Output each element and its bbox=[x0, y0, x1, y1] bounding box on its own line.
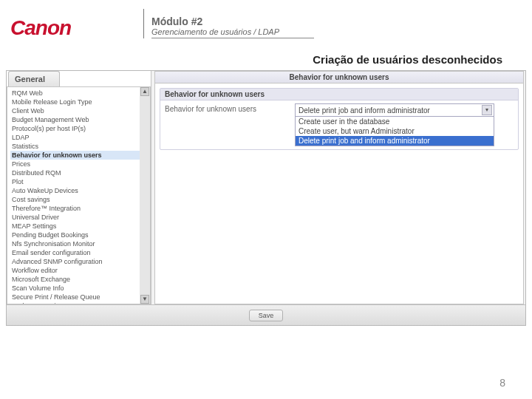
sidebar-item[interactable]: Mobile Release Login Type bbox=[10, 98, 150, 106]
field-label: Behavior for unknown users bbox=[165, 103, 290, 113]
module-title: Módulo #2 bbox=[151, 16, 522, 27]
sidebar-item[interactable]: Secure Print / Release Queue bbox=[10, 293, 150, 301]
sidebar-item[interactable]: Scan Volume Info bbox=[10, 284, 150, 293]
scroll-up-icon[interactable]: ▲ bbox=[140, 87, 149, 96]
sidebar-item[interactable]: Distributed RQM bbox=[10, 168, 150, 177]
sidebar-item[interactable]: Nfs Synchronisation Monitor bbox=[10, 239, 150, 248]
sidebar-item[interactable]: RQM Web bbox=[10, 89, 150, 98]
sidebar-item[interactable]: Client Web bbox=[10, 106, 150, 115]
settings-group: Behavior for unknown users Behavior for … bbox=[160, 88, 519, 150]
sidebar-tab-general[interactable]: General bbox=[8, 71, 60, 86]
sidebar-item[interactable]: Prices bbox=[10, 160, 150, 168]
chevron-down-icon[interactable]: ▾ bbox=[482, 105, 492, 115]
sidebar-item[interactable]: Cost savings bbox=[10, 195, 150, 204]
sidebar-list: RQM Web Mobile Release Login Type Client… bbox=[7, 86, 151, 304]
section-title: Criação de usuários desconhecidos bbox=[0, 40, 532, 70]
main-panel: Behavior for unknown users Behavior for … bbox=[154, 71, 524, 304]
page-number: 8 bbox=[499, 377, 505, 389]
select-current-value: Delete print job and inform administrato… bbox=[299, 106, 430, 115]
scroll-down-icon[interactable]: ▼ bbox=[140, 295, 149, 304]
sidebar-item[interactable]: Statistics bbox=[10, 142, 150, 151]
module-subtitle: Gerenciamento de usuários / LDAP bbox=[151, 27, 314, 38]
select-option[interactable]: Create user, but warn Administrator bbox=[296, 126, 494, 136]
sidebar-scrollbar[interactable]: ▲ ▼ bbox=[140, 87, 150, 304]
select-options-popup: Create user in the database Create user,… bbox=[296, 116, 494, 146]
behavior-select[interactable]: Delete print job and inform administrato… bbox=[295, 103, 494, 146]
save-button[interactable]: Save bbox=[249, 310, 284, 321]
sidebar-item-selected[interactable]: Behavior for unknown users bbox=[10, 151, 150, 160]
sidebar-item[interactable]: Advanced SNMP configuration bbox=[10, 257, 150, 266]
header-divider bbox=[143, 9, 144, 38]
sidebar-item[interactable]: LDAP bbox=[10, 133, 150, 142]
sidebar-item[interactable]: Microsoft Exchange bbox=[10, 275, 150, 284]
sidebar-item[interactable]: Auto WakeUp Devices bbox=[10, 186, 150, 195]
canon-logo: Canon bbox=[10, 16, 143, 40]
sidebar-item[interactable]: Plot bbox=[10, 177, 150, 186]
group-header: Behavior for unknown users bbox=[160, 89, 518, 100]
sidebar-item[interactable]: Workflow editor bbox=[10, 266, 150, 275]
sidebar-item[interactable]: Budget Management Web bbox=[10, 115, 150, 124]
sidebar-item[interactable]: Code Conversion bbox=[10, 301, 150, 304]
app-window: General RQM Web Mobile Release Login Typ… bbox=[6, 70, 526, 326]
select-option[interactable]: Create user in the database bbox=[296, 117, 494, 126]
sidebar: General RQM Web Mobile Release Login Typ… bbox=[7, 71, 151, 304]
sidebar-item[interactable]: Protocol(s) per host IP(s) bbox=[10, 124, 150, 133]
sidebar-item[interactable]: Universal Driver bbox=[10, 213, 150, 222]
sidebar-item[interactable]: MEAP Settings bbox=[10, 222, 150, 231]
app-footer: Save bbox=[7, 304, 525, 325]
sidebar-item[interactable]: Therefore™ Integration bbox=[10, 204, 150, 213]
panel-title: Behavior for unknown users bbox=[155, 72, 523, 83]
select-option-highlighted[interactable]: Delete print job and inform administrato… bbox=[296, 136, 494, 146]
sidebar-item[interactable]: Pending Budget Bookings bbox=[10, 231, 150, 239]
sidebar-item[interactable]: Email sender configuration bbox=[10, 248, 150, 257]
